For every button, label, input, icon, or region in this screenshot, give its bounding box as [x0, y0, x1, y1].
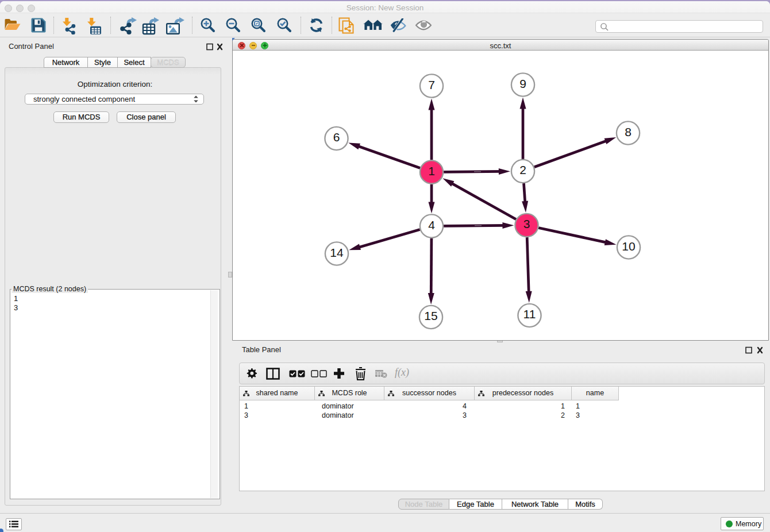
svg-text:6: 6: [333, 130, 340, 144]
svg-text:10: 10: [622, 240, 635, 253]
svg-text:8: 8: [625, 125, 632, 138]
svg-text:15: 15: [424, 309, 437, 322]
svg-text:9: 9: [519, 77, 526, 90]
svg-text:3: 3: [523, 217, 530, 230]
svg-text:11: 11: [523, 307, 536, 321]
svg-text:14: 14: [330, 246, 344, 259]
svg-text:4: 4: [428, 218, 435, 232]
svg-text:7: 7: [428, 78, 435, 91]
svg-text:2: 2: [519, 163, 526, 176]
svg-text:1: 1: [428, 164, 435, 178]
